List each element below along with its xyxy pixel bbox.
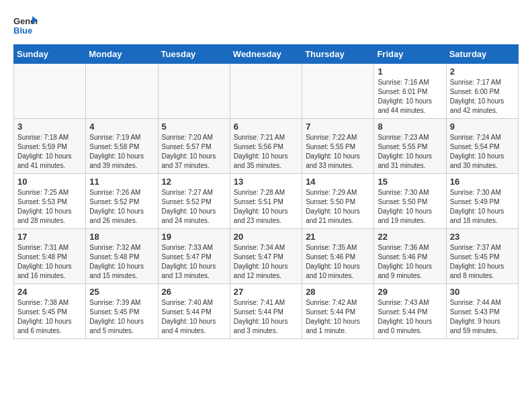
day-info: Sunrise: 7:30 AM Sunset: 5:50 PM Dayligh… — [378, 188, 442, 226]
day-number: 24 — [17, 287, 82, 297]
calendar-cell: 26Sunrise: 7:40 AM Sunset: 5:44 PM Dayli… — [158, 284, 230, 339]
calendar-cell: 22Sunrise: 7:36 AM Sunset: 5:46 PM Dayli… — [374, 229, 446, 284]
calendar-cell: 6Sunrise: 7:21 AM Sunset: 5:56 PM Daylig… — [230, 119, 302, 174]
calendar-cell: 30Sunrise: 7:44 AM Sunset: 5:43 PM Dayli… — [446, 284, 518, 339]
day-number: 6 — [234, 122, 298, 132]
day-number: 3 — [17, 122, 82, 132]
calendar-cell: 2Sunrise: 7:17 AM Sunset: 6:00 PM Daylig… — [446, 64, 518, 119]
week-row-5: 24Sunrise: 7:38 AM Sunset: 5:45 PM Dayli… — [14, 284, 519, 339]
day-number: 5 — [162, 122, 226, 132]
calendar-cell: 12Sunrise: 7:27 AM Sunset: 5:52 PM Dayli… — [158, 174, 230, 229]
day-info: Sunrise: 7:26 AM Sunset: 5:52 PM Dayligh… — [89, 188, 154, 226]
svg-text:Blue: Blue — [13, 26, 32, 36]
calendar-cell — [302, 64, 374, 119]
day-number: 25 — [89, 287, 154, 297]
day-number: 14 — [306, 177, 370, 187]
calendar-cell: 18Sunrise: 7:32 AM Sunset: 5:48 PM Dayli… — [86, 229, 158, 284]
week-row-3: 10Sunrise: 7:25 AM Sunset: 5:53 PM Dayli… — [14, 174, 519, 229]
day-info: Sunrise: 7:27 AM Sunset: 5:52 PM Dayligh… — [162, 188, 226, 226]
page-header: General Blue — [13, 13, 519, 38]
day-info: Sunrise: 7:16 AM Sunset: 6:01 PM Dayligh… — [378, 78, 442, 116]
day-info: Sunrise: 7:43 AM Sunset: 5:44 PM Dayligh… — [378, 298, 442, 336]
calendar-cell: 29Sunrise: 7:43 AM Sunset: 5:44 PM Dayli… — [374, 284, 446, 339]
day-info: Sunrise: 7:44 AM Sunset: 5:43 PM Dayligh… — [450, 298, 515, 336]
calendar-cell: 9Sunrise: 7:24 AM Sunset: 5:54 PM Daylig… — [446, 119, 518, 174]
day-info: Sunrise: 7:33 AM Sunset: 5:47 PM Dayligh… — [162, 243, 226, 281]
day-info: Sunrise: 7:18 AM Sunset: 5:59 PM Dayligh… — [17, 133, 82, 171]
day-number: 23 — [450, 232, 515, 242]
week-row-1: 1Sunrise: 7:16 AM Sunset: 6:01 PM Daylig… — [14, 64, 519, 119]
day-info: Sunrise: 7:22 AM Sunset: 5:55 PM Dayligh… — [306, 133, 370, 171]
calendar-cell: 20Sunrise: 7:34 AM Sunset: 5:47 PM Dayli… — [230, 229, 302, 284]
calendar-cell: 8Sunrise: 7:23 AM Sunset: 5:55 PM Daylig… — [374, 119, 446, 174]
calendar-cell: 15Sunrise: 7:30 AM Sunset: 5:50 PM Dayli… — [374, 174, 446, 229]
day-info: Sunrise: 7:42 AM Sunset: 5:44 PM Dayligh… — [306, 298, 370, 336]
day-number: 18 — [89, 232, 154, 242]
day-number: 21 — [306, 232, 370, 242]
calendar-cell: 14Sunrise: 7:29 AM Sunset: 5:50 PM Dayli… — [302, 174, 374, 229]
calendar-cell: 25Sunrise: 7:39 AM Sunset: 5:45 PM Dayli… — [86, 284, 158, 339]
calendar-cell: 27Sunrise: 7:41 AM Sunset: 5:44 PM Dayli… — [230, 284, 302, 339]
weekday-header-monday: Monday — [86, 45, 158, 64]
calendar-cell — [14, 64, 86, 119]
day-number: 19 — [162, 232, 226, 242]
logo-icon: General Blue — [13, 13, 38, 38]
logo: General Blue — [13, 13, 40, 38]
day-info: Sunrise: 7:36 AM Sunset: 5:46 PM Dayligh… — [378, 243, 442, 281]
day-info: Sunrise: 7:37 AM Sunset: 5:45 PM Dayligh… — [450, 243, 515, 281]
day-number: 7 — [306, 122, 370, 132]
calendar-cell: 13Sunrise: 7:28 AM Sunset: 5:51 PM Dayli… — [230, 174, 302, 229]
weekday-header-wednesday: Wednesday — [230, 45, 302, 64]
day-number: 16 — [450, 177, 515, 187]
weekday-header-saturday: Saturday — [446, 45, 518, 64]
day-number: 27 — [234, 287, 298, 297]
day-number: 28 — [306, 287, 370, 297]
day-number: 30 — [450, 287, 515, 297]
day-number: 13 — [234, 177, 298, 187]
day-info: Sunrise: 7:21 AM Sunset: 5:56 PM Dayligh… — [234, 133, 298, 171]
day-number: 4 — [89, 122, 154, 132]
calendar-cell: 17Sunrise: 7:31 AM Sunset: 5:48 PM Dayli… — [14, 229, 86, 284]
calendar-cell: 1Sunrise: 7:16 AM Sunset: 6:01 PM Daylig… — [374, 64, 446, 119]
day-info: Sunrise: 7:19 AM Sunset: 5:58 PM Dayligh… — [89, 133, 154, 171]
day-info: Sunrise: 7:34 AM Sunset: 5:47 PM Dayligh… — [234, 243, 298, 281]
day-number: 1 — [378, 66, 442, 77]
day-number: 9 — [450, 122, 515, 132]
week-row-4: 17Sunrise: 7:31 AM Sunset: 5:48 PM Dayli… — [14, 229, 519, 284]
calendar-cell: 21Sunrise: 7:35 AM Sunset: 5:46 PM Dayli… — [302, 229, 374, 284]
calendar-cell: 19Sunrise: 7:33 AM Sunset: 5:47 PM Dayli… — [158, 229, 230, 284]
calendar-cell: 3Sunrise: 7:18 AM Sunset: 5:59 PM Daylig… — [14, 119, 86, 174]
weekday-header-row: SundayMondayTuesdayWednesdayThursdayFrid… — [14, 45, 519, 64]
day-info: Sunrise: 7:25 AM Sunset: 5:53 PM Dayligh… — [17, 188, 82, 226]
calendar-cell: 7Sunrise: 7:22 AM Sunset: 5:55 PM Daylig… — [302, 119, 374, 174]
calendar-cell — [158, 64, 230, 119]
calendar-table: SundayMondayTuesdayWednesdayThursdayFrid… — [13, 44, 519, 339]
day-number: 15 — [378, 177, 442, 187]
calendar-cell: 24Sunrise: 7:38 AM Sunset: 5:45 PM Dayli… — [14, 284, 86, 339]
day-number: 20 — [234, 232, 298, 242]
calendar-cell: 28Sunrise: 7:42 AM Sunset: 5:44 PM Dayli… — [302, 284, 374, 339]
weekday-header-friday: Friday — [374, 45, 446, 64]
day-number: 11 — [89, 177, 154, 187]
day-info: Sunrise: 7:17 AM Sunset: 6:00 PM Dayligh… — [450, 78, 515, 116]
calendar-cell: 4Sunrise: 7:19 AM Sunset: 5:58 PM Daylig… — [86, 119, 158, 174]
day-number: 8 — [378, 122, 442, 132]
day-number: 2 — [450, 66, 515, 77]
day-info: Sunrise: 7:40 AM Sunset: 5:44 PM Dayligh… — [162, 298, 226, 336]
weekday-header-sunday: Sunday — [14, 45, 86, 64]
day-number: 29 — [378, 287, 442, 297]
day-number: 26 — [162, 287, 226, 297]
calendar-cell — [86, 64, 158, 119]
calendar-cell — [230, 64, 302, 119]
day-info: Sunrise: 7:28 AM Sunset: 5:51 PM Dayligh… — [234, 188, 298, 226]
day-number: 12 — [162, 177, 226, 187]
calendar-cell: 16Sunrise: 7:30 AM Sunset: 5:49 PM Dayli… — [446, 174, 518, 229]
week-row-2: 3Sunrise: 7:18 AM Sunset: 5:59 PM Daylig… — [14, 119, 519, 174]
day-info: Sunrise: 7:29 AM Sunset: 5:50 PM Dayligh… — [306, 188, 370, 226]
day-number: 17 — [17, 232, 82, 242]
day-info: Sunrise: 7:32 AM Sunset: 5:48 PM Dayligh… — [89, 243, 154, 281]
calendar-cell: 11Sunrise: 7:26 AM Sunset: 5:52 PM Dayli… — [86, 174, 158, 229]
day-info: Sunrise: 7:24 AM Sunset: 5:54 PM Dayligh… — [450, 133, 515, 171]
day-info: Sunrise: 7:20 AM Sunset: 5:57 PM Dayligh… — [162, 133, 226, 171]
day-info: Sunrise: 7:39 AM Sunset: 5:45 PM Dayligh… — [89, 298, 154, 336]
